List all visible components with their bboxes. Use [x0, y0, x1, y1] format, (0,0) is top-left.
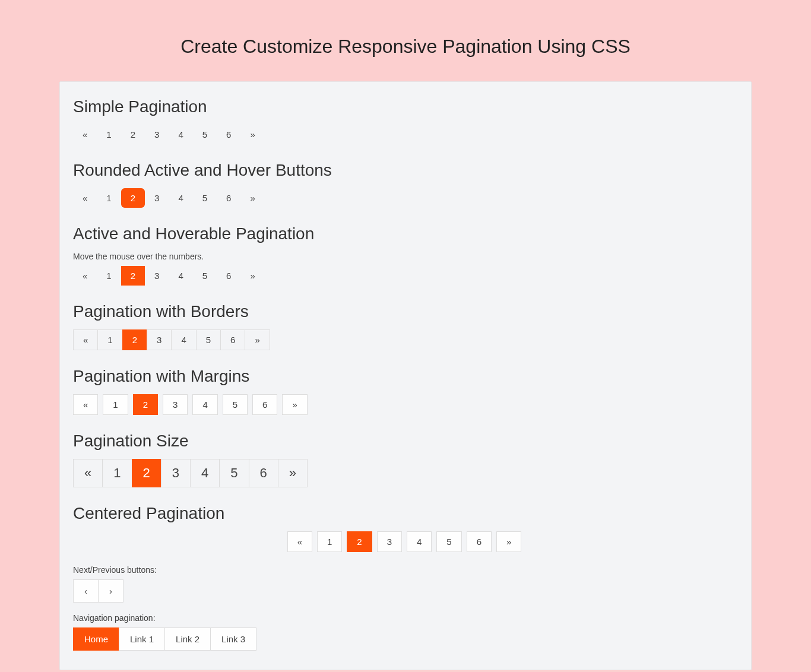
nextprev-label: Next/Previous buttons:: [73, 565, 738, 575]
pagination-link[interactable]: 2: [121, 188, 145, 208]
pagination-item: 6: [464, 531, 494, 552]
pagination-item: 2: [121, 125, 145, 144]
pagination-link[interactable]: 1: [97, 188, 121, 208]
pagination-link[interactable]: 4: [169, 188, 192, 208]
pagination-link[interactable]: ‹: [73, 579, 99, 603]
pagination-link[interactable]: 2: [122, 329, 147, 350]
section-heading-borders: Pagination with Borders: [73, 302, 738, 321]
pagination-link[interactable]: »: [278, 459, 308, 487]
pagination-link[interactable]: 4: [169, 125, 192, 144]
section-heading-size: Pagination Size: [73, 432, 738, 451]
pagination-item: «: [73, 459, 103, 487]
pagination-link[interactable]: 5: [193, 266, 217, 286]
pagination-link[interactable]: »: [245, 329, 270, 350]
pagination-link[interactable]: 3: [163, 394, 188, 415]
pagination-link[interactable]: 1: [97, 266, 121, 286]
pagination-item: 5: [197, 329, 221, 350]
content-card: Simple Pagination «123456» Rounded Activ…: [59, 81, 752, 670]
pagination-item: 2: [344, 531, 374, 552]
pagination-link[interactable]: 2: [133, 394, 158, 415]
pagination-item: »: [245, 329, 270, 350]
pagination-item: 6: [217, 266, 240, 286]
pagination-link[interactable]: «: [73, 394, 98, 415]
pagination-item: 1: [315, 531, 344, 552]
pagination-item: 3: [145, 188, 169, 208]
pagination-link[interactable]: «: [73, 266, 97, 286]
pagination-link[interactable]: 5: [219, 459, 249, 487]
pagination-link[interactable]: 5: [436, 531, 461, 552]
section-heading-rounded: Rounded Active and Hover Buttons: [73, 161, 738, 180]
pagination-item: 2: [123, 329, 147, 350]
pagination-link[interactable]: 6: [252, 394, 277, 415]
pagination-link[interactable]: 6: [249, 459, 278, 487]
pagination-link[interactable]: 6: [467, 531, 492, 552]
pagination-item: 1: [103, 459, 132, 487]
pagination-item: 1: [98, 329, 122, 350]
pagination-item: 6: [217, 188, 240, 208]
pagination-link[interactable]: «: [287, 531, 312, 552]
pagination-link[interactable]: «: [73, 329, 98, 350]
pagination-link[interactable]: 6: [217, 188, 240, 208]
pagination-item: 3: [160, 394, 190, 415]
pagination-item: ‹: [73, 579, 99, 603]
pagination-link[interactable]: 3: [147, 329, 172, 350]
pagination-link[interactable]: 3: [145, 188, 169, 208]
pagination-link[interactable]: 4: [169, 266, 192, 286]
pagination-link[interactable]: Link 1: [119, 627, 165, 651]
pagination-link[interactable]: »: [496, 531, 521, 552]
pagination-link[interactable]: Link 3: [210, 627, 256, 651]
pagination-link[interactable]: 2: [121, 125, 145, 144]
pagination-item: ›: [99, 579, 123, 603]
pagination-link[interactable]: 3: [145, 125, 169, 144]
pagination-item: 4: [404, 531, 434, 552]
hoverable-hint: Move the mouse over the numbers.: [73, 252, 738, 261]
pagination-item: 5: [220, 394, 250, 415]
pagination-item: 6: [250, 394, 280, 415]
pagination-link[interactable]: »: [240, 125, 264, 144]
pagination-link[interactable]: 3: [145, 266, 169, 286]
pagination-link[interactable]: 4: [407, 531, 432, 552]
pagination-link[interactable]: 5: [196, 329, 221, 350]
pagination-link[interactable]: 2: [347, 531, 372, 552]
pagination-link[interactable]: 2: [132, 459, 161, 487]
pagination-item: »: [240, 188, 264, 208]
pagination-link[interactable]: 5: [193, 125, 217, 144]
pagination-item: «: [287, 531, 315, 552]
pagination-item: 3: [375, 531, 404, 552]
pagination-link[interactable]: Home: [73, 627, 119, 651]
pagination-link[interactable]: 2: [121, 266, 145, 286]
pagination-link[interactable]: ›: [98, 579, 123, 603]
pagination-link[interactable]: 3: [161, 459, 191, 487]
pagination-link[interactable]: 1: [97, 125, 121, 144]
pagination-item: 1: [97, 266, 121, 286]
pagination-link[interactable]: »: [240, 188, 264, 208]
pagination-link[interactable]: 1: [102, 459, 132, 487]
pagination-link[interactable]: 3: [377, 531, 402, 552]
pagination-link[interactable]: 4: [190, 459, 220, 487]
pagination-hoverable: «123456»: [73, 266, 738, 288]
pagination-item: 1: [100, 394, 130, 415]
pagination-link[interactable]: «: [73, 188, 97, 208]
pagination-simple: «123456»: [73, 125, 738, 147]
navlinks-label: Navigation pagination:: [73, 613, 738, 623]
pagination-link[interactable]: «: [73, 459, 103, 487]
pagination-link[interactable]: 5: [223, 394, 248, 415]
pagination-item: »: [240, 266, 264, 286]
pagination-centered: «123456»: [73, 531, 738, 554]
pagination-item: 4: [169, 266, 192, 286]
pagination-link[interactable]: 1: [103, 394, 128, 415]
pagination-link[interactable]: 4: [171, 329, 196, 350]
pagination-link[interactable]: «: [73, 125, 97, 144]
pagination-link[interactable]: »: [282, 394, 307, 415]
pagination-link[interactable]: 4: [192, 394, 217, 415]
pagination-link[interactable]: 5: [193, 188, 217, 208]
pagination-link[interactable]: 6: [217, 266, 240, 286]
pagination-link[interactable]: Link 2: [164, 627, 211, 651]
pagination-link[interactable]: 6: [217, 125, 240, 144]
pagination-item: Link 3: [211, 627, 256, 651]
pagination-link[interactable]: »: [240, 266, 264, 286]
pagination-link[interactable]: 1: [97, 329, 122, 350]
pagination-link[interactable]: 6: [220, 329, 245, 350]
pagination-item: 4: [169, 125, 192, 144]
pagination-link[interactable]: 1: [317, 531, 342, 552]
